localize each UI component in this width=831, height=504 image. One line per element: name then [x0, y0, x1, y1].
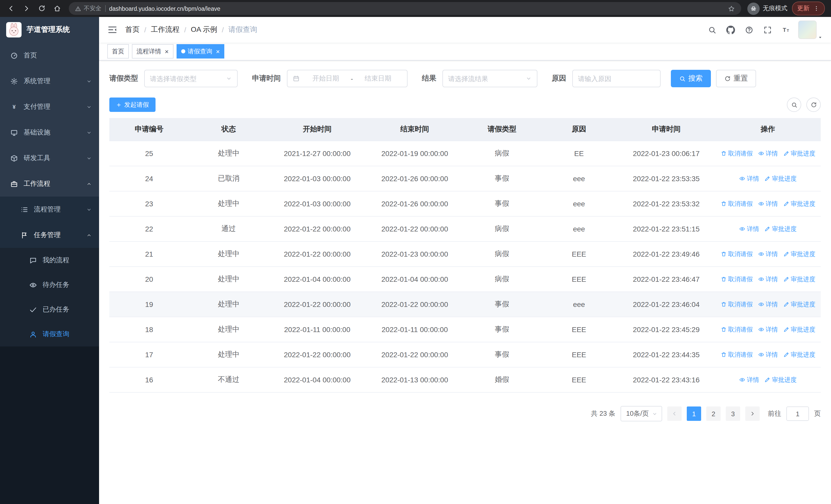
github-button[interactable]	[722, 22, 739, 38]
cancel-leave-link[interactable]: 取消请假	[720, 300, 753, 309]
tab-process-detail[interactable]: 流程详情×	[132, 44, 173, 59]
next-page-button[interactable]	[745, 407, 760, 421]
detail-link[interactable]: 详情	[739, 225, 759, 233]
sidebar-item-my-process[interactable]: 我的流程	[0, 248, 99, 272]
approval-progress-link[interactable]: 审批进度	[783, 325, 815, 334]
page-button-2[interactable]: 2	[706, 407, 721, 421]
approval-progress-link[interactable]: 审批进度	[783, 300, 815, 309]
page-button-3[interactable]: 3	[726, 407, 740, 421]
detail-link[interactable]: 详情	[758, 199, 778, 208]
detail-link[interactable]: 详情	[739, 376, 759, 384]
refresh-table-button[interactable]	[806, 97, 821, 112]
detail-link[interactable]: 详情	[758, 275, 778, 284]
avatar[interactable]	[798, 21, 816, 39]
sidebar-logo-row[interactable]: 芋道管理系统	[0, 17, 99, 42]
tab-leave-query[interactable]: 请假查询×	[176, 44, 224, 59]
reason-input[interactable]	[578, 75, 655, 82]
search-button[interactable]	[704, 22, 720, 38]
forward-button[interactable]	[20, 2, 33, 15]
leave-type-select[interactable]	[144, 70, 238, 87]
start-date-placeholder[interactable]: 开始日期	[302, 74, 350, 83]
forward-icon	[22, 5, 30, 12]
approval-progress-link[interactable]: 审批进度	[783, 250, 815, 259]
sidebar-item-done-tasks[interactable]: 已办任务	[0, 297, 99, 322]
approval-progress-link[interactable]: 审批进度	[764, 376, 797, 384]
cell-actions: 取消请假详情审批进度	[715, 317, 821, 342]
address-bar[interactable]: 不安全 dashboard.yudao.iocoder.cn/bpm/oa/le…	[69, 2, 741, 15]
detail-link[interactable]: 详情	[758, 350, 778, 359]
toggle-search-button[interactable]	[787, 97, 801, 112]
page-button-1[interactable]: 1	[687, 407, 701, 421]
cancel-leave-link[interactable]: 取消请假	[720, 325, 753, 334]
action-label: 审批进度	[772, 174, 797, 183]
breadcrumb-item[interactable]: 工作流程	[151, 25, 180, 34]
active-tab-dot	[181, 49, 185, 53]
help-button[interactable]	[741, 22, 757, 38]
sidebar-item-task-mgmt[interactable]: 任务管理	[0, 222, 99, 248]
detail-link[interactable]: 详情	[758, 300, 778, 309]
cell-reason: EEE	[541, 267, 618, 292]
cancel-leave-link[interactable]: 取消请假	[720, 199, 753, 208]
cancel-leave-link[interactable]: 取消请假	[720, 275, 753, 284]
search-button[interactable]: 搜索	[671, 70, 711, 87]
security-indicator[interactable]: 不安全	[75, 5, 102, 12]
kebab-menu-icon[interactable]	[813, 5, 820, 12]
approval-progress-link[interactable]: 审批进度	[764, 174, 797, 183]
breadcrumb-item[interactable]: OA 示例	[191, 25, 218, 34]
detail-link[interactable]: 详情	[739, 174, 759, 183]
sidebar-item-payment-mgmt[interactable]: ¥支付管理	[0, 94, 99, 120]
home-button[interactable]	[50, 2, 64, 15]
sidebar-item-process-mgmt[interactable]: 流程管理	[0, 197, 99, 222]
sidebar-item-leave-query[interactable]: 请假查询	[0, 322, 99, 347]
reset-button[interactable]: 重置	[716, 70, 756, 87]
detail-link[interactable]: 详情	[758, 325, 778, 334]
sidebar-item-workflow[interactable]: 工作流程	[0, 171, 99, 197]
sidebar-item-label: 我的流程	[42, 256, 69, 265]
approval-progress-link[interactable]: 审批进度	[783, 350, 815, 359]
action-label: 详情	[766, 149, 778, 158]
sidebar-item-todo-tasks[interactable]: 待办任务	[0, 272, 99, 297]
cancel-leave-link[interactable]: 取消请假	[720, 350, 753, 359]
end-date-placeholder[interactable]: 结束日期	[354, 74, 402, 83]
detail-link[interactable]: 详情	[758, 250, 778, 259]
goto-page-input[interactable]	[786, 407, 809, 421]
detail-link[interactable]: 详情	[758, 149, 778, 158]
sidebar-item-dev-tools[interactable]: 研发工具	[0, 145, 99, 171]
reload-button[interactable]	[35, 2, 48, 15]
sidebar-item-system-mgmt[interactable]: 系统管理	[0, 68, 99, 94]
create-leave-button[interactable]: 发起请假	[109, 97, 155, 112]
approval-progress-link[interactable]: 审批进度	[783, 199, 815, 208]
cancel-leave-link[interactable]: 取消请假	[720, 250, 753, 259]
tab-close-icon[interactable]: ×	[216, 48, 220, 55]
result-select[interactable]	[442, 70, 537, 87]
reason-field[interactable]	[572, 70, 661, 87]
back-button[interactable]	[4, 2, 18, 15]
tab-home[interactable]: 首页	[107, 44, 129, 59]
breadcrumb-item[interactable]: 首页	[125, 25, 140, 34]
fullscreen-button[interactable]	[759, 22, 776, 38]
apply-time-range-picker[interactable]: 开始日期 - 结束日期	[287, 70, 407, 87]
browser-update-button[interactable]: 更新	[792, 2, 825, 16]
approval-progress-link[interactable]: 审批进度	[764, 225, 797, 233]
caret-down-icon[interactable]	[818, 35, 823, 40]
font-size-button[interactable]: TT	[778, 22, 794, 38]
breadcrumb-separator: /	[222, 26, 224, 34]
sidebar-item-home[interactable]: 首页	[0, 42, 99, 68]
prev-page-button[interactable]	[667, 407, 682, 421]
cell-actions: 取消请假详情审批进度	[715, 267, 821, 292]
approval-progress-link[interactable]: 审批进度	[783, 149, 815, 158]
action-label: 审批进度	[791, 350, 815, 359]
search-button-label: 搜索	[688, 74, 703, 83]
sidebar-collapse-icon[interactable]	[107, 25, 118, 35]
result-input[interactable]	[448, 75, 522, 82]
tab-close-icon[interactable]: ×	[165, 48, 169, 55]
cell-id: 16	[109, 367, 189, 392]
page-size-select[interactable]: 10条/页	[621, 406, 662, 421]
leave-type-input[interactable]	[150, 75, 223, 82]
cancel-leave-link[interactable]: 取消请假	[720, 149, 753, 158]
chevron-down-icon	[86, 129, 92, 135]
user-icon	[29, 330, 37, 338]
bookmark-star-icon[interactable]	[728, 5, 735, 12]
sidebar-item-infrastructure[interactable]: 基础设施	[0, 120, 99, 145]
approval-progress-link[interactable]: 审批进度	[783, 275, 815, 284]
